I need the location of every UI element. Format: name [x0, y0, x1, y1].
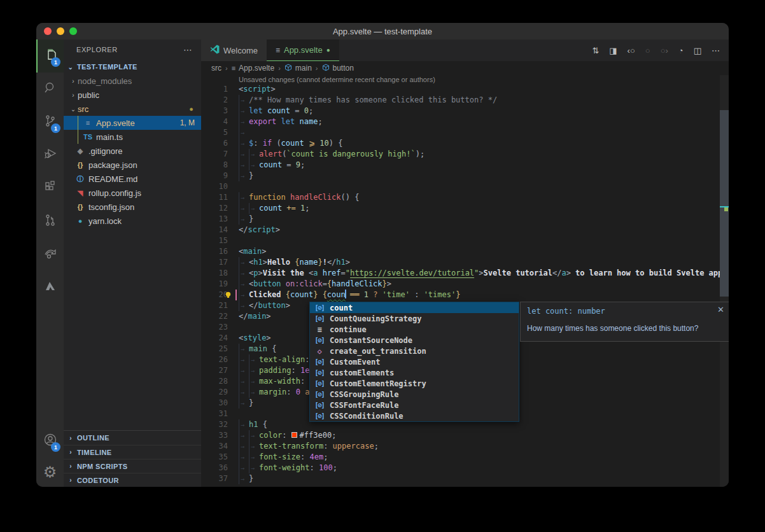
tab-app-svelte[interactable]: ≡ App.svelte ●: [267, 39, 339, 61]
code-line-36[interactable]: 36→→font-weight: 100;: [201, 463, 729, 473]
file-tree-item-yarn-lock[interactable]: ●yarn.lock: [64, 214, 201, 228]
code-line-16[interactable]: 16<main>: [201, 246, 729, 257]
file-tree-item-readme-md[interactable]: ⓘREADME.md: [64, 172, 201, 186]
suggestion-customelementregistry[interactable]: [⊘]CustomElementRegistry: [310, 378, 519, 389]
vscode-window: App.svelte — test-template 1 1: [36, 23, 729, 487]
more-actions-icon[interactable]: ⋯: [712, 46, 720, 55]
zoom-window-button[interactable]: [69, 27, 77, 35]
breadcrumb-item-button[interactable]: button: [322, 64, 354, 73]
suggestion-cssconditionrule[interactable]: [⊘]CSSConditionRule: [310, 410, 519, 421]
code-line-33[interactable]: 33→→color: #ff3e00;: [201, 430, 729, 441]
history-icon[interactable]: ◔: [678, 46, 684, 55]
lightbulb-icon[interactable]: [224, 291, 232, 299]
minimize-window-button[interactable]: [57, 27, 64, 35]
suggestion-count[interactable]: [⊘]count: [310, 302, 519, 313]
suggestion-create_out_transition[interactable]: ◇create_out_transition: [310, 346, 519, 356]
suggestion-cssfontfacerule[interactable]: [⊘]CSSFontFaceRule: [310, 400, 519, 410]
code-line-12[interactable]: 12→→count += 1;: [201, 203, 729, 214]
color-swatch[interactable]: [291, 432, 297, 438]
suggestion-constantsourcenode[interactable]: [⊘]ConstantSourceNode: [310, 335, 519, 346]
suggestion-customevent[interactable]: [⊘]CustomEvent: [310, 356, 519, 367]
breadcrumb-item-src[interactable]: src: [211, 64, 221, 73]
scrollbar-thumb[interactable]: [720, 110, 729, 297]
code-line-1[interactable]: 1<script>: [201, 84, 729, 95]
project-root-folder[interactable]: ⌄ TEST-TEMPLATE: [64, 60, 201, 74]
chevron-right-icon: ›: [66, 477, 75, 484]
section-npm-scripts[interactable]: ›NPM SCRIPTS: [64, 459, 201, 473]
suggestion-cssgroupingrule[interactable]: [⊘]CSSGroupingRule: [310, 389, 519, 400]
open-changes-icon[interactable]: ⇅: [592, 46, 599, 55]
suggestion-countqueuingstrategy[interactable]: [⊘]CountQueuingStrategy: [310, 313, 519, 324]
activity-settings[interactable]: ⚙: [36, 458, 64, 487]
activity-explorer[interactable]: 1: [36, 39, 64, 73]
code-line-7[interactable]: 7→→alert(`count is dangerously high!`);: [201, 149, 729, 160]
file-tree-item-src[interactable]: ⌄src●: [64, 102, 201, 116]
code-line-37[interactable]: 37→}: [201, 473, 729, 484]
editor-scrollbar[interactable]: [720, 75, 729, 487]
close-icon[interactable]: ✕: [717, 305, 724, 314]
breadcrumb-item-app-svelte[interactable]: ≡App.svelte: [232, 64, 274, 73]
file-tree-item-public[interactable]: ›public: [64, 88, 201, 102]
suggestion-continue[interactable]: ≡continue: [310, 324, 519, 335]
code-line-35[interactable]: 35→→font-size: 4em;: [201, 452, 729, 463]
code-line-4[interactable]: 4→export let name;: [201, 116, 729, 127]
code-line-17[interactable]: 17→<h1>Hello {name}!</h1>: [201, 257, 729, 268]
file-tree-item--gitignore[interactable]: ◈.gitignore: [64, 144, 201, 158]
split-editor-icon[interactable]: ◫: [694, 46, 701, 55]
code-line-18[interactable]: 18→<p>Visit the <a href="https://svelte.…: [201, 268, 729, 279]
section-outline[interactable]: ›OUTLINE: [64, 431, 201, 445]
code-line-10[interactable]: 10: [201, 181, 729, 192]
activity-azure[interactable]: [36, 271, 64, 304]
code-line-8[interactable]: 8→→count = 9;: [201, 160, 729, 171]
code-line-11[interactable]: 11→function handleClick() {: [201, 192, 729, 203]
open-preview-icon[interactable]: ◨: [609, 46, 617, 55]
file-tree-item-tsconfig-json[interactable]: {}tsconfig.json: [64, 200, 201, 214]
previous-change-icon[interactable]: ‹○: [628, 46, 635, 55]
line-number: 33: [201, 430, 228, 441]
activity-search[interactable]: [36, 73, 64, 106]
current-change-icon[interactable]: ○: [645, 46, 650, 55]
symbol-variable-icon: [⊘]: [313, 304, 326, 311]
activity-bar: 1 1: [36, 39, 64, 487]
activity-live-share[interactable]: [36, 238, 64, 271]
close-window-button[interactable]: [44, 27, 52, 35]
code-line-14[interactable]: 14</script>: [201, 225, 729, 235]
code-line-15[interactable]: 15: [201, 235, 729, 246]
explorer-more-actions[interactable]: ⋯: [183, 45, 192, 55]
breadcrumb-item-main[interactable]: main: [284, 64, 312, 73]
activity-source-control[interactable]: 1: [36, 106, 64, 139]
code-line-34[interactable]: 34→→text-transform: uppercase;: [201, 441, 729, 452]
file-tree-item-main-ts[interactable]: TSmain.ts: [64, 130, 201, 144]
code-editor[interactable]: Unsaved changes (cannot determine recent…: [201, 75, 729, 487]
file-tree-item-app-svelte[interactable]: ≡App.svelte1, M: [64, 116, 201, 130]
activity-accounts[interactable]: 1: [36, 424, 64, 458]
code-line-2[interactable]: 2→/** How many times has someone clicked…: [201, 95, 729, 106]
file-lines-icon: ≡: [276, 46, 280, 55]
next-change-icon[interactable]: ○›: [661, 46, 668, 55]
activity-run-debug[interactable]: [36, 139, 64, 172]
code-line-19[interactable]: 19→<button on:click={handleClick}>: [201, 279, 729, 290]
chevron-right-icon: ›: [66, 435, 75, 442]
code-line-13[interactable]: 13→}: [201, 214, 729, 225]
chevron-right-icon: ›: [69, 78, 78, 85]
code-line-9[interactable]: 9→}: [201, 171, 729, 181]
suggestion-customelements[interactable]: [⊘]customElements: [310, 367, 519, 378]
file-tree-item-rollup-config-js[interactable]: ◥rollup.config.js: [64, 186, 201, 200]
activity-github-pull-requests[interactable]: [36, 205, 64, 238]
line-number: 10: [201, 181, 228, 192]
code-line-3[interactable]: 3→let count = 0;: [201, 106, 729, 116]
code-line-20[interactable]: 20→Clicked {count} {coun ══ 1 ? 'time' :…: [201, 290, 729, 300]
code-line-6[interactable]: 6→$: if (count ⩾ 10) {: [201, 138, 729, 149]
activity-extensions[interactable]: [36, 172, 64, 205]
codelens-unsaved-changes[interactable]: Unsaved changes (cannot determine recent…: [201, 75, 729, 84]
breadcrumb-separator: ›: [225, 64, 228, 72]
section-codetour[interactable]: ›CODETOUR: [64, 473, 201, 487]
symbol-element-icon: [284, 64, 292, 73]
section-timeline[interactable]: ›TIMELINE: [64, 445, 201, 459]
chevron-right-icon: ›: [69, 92, 78, 99]
code-line-5[interactable]: 5→: [201, 127, 729, 138]
tab-welcome[interactable]: Welcome: [201, 39, 267, 61]
file-tree-item-node-modules[interactable]: ›node_modules: [64, 74, 201, 88]
breadcrumb-separator: ›: [316, 64, 318, 72]
file-tree-item-package-json[interactable]: {}package.json: [64, 158, 201, 172]
